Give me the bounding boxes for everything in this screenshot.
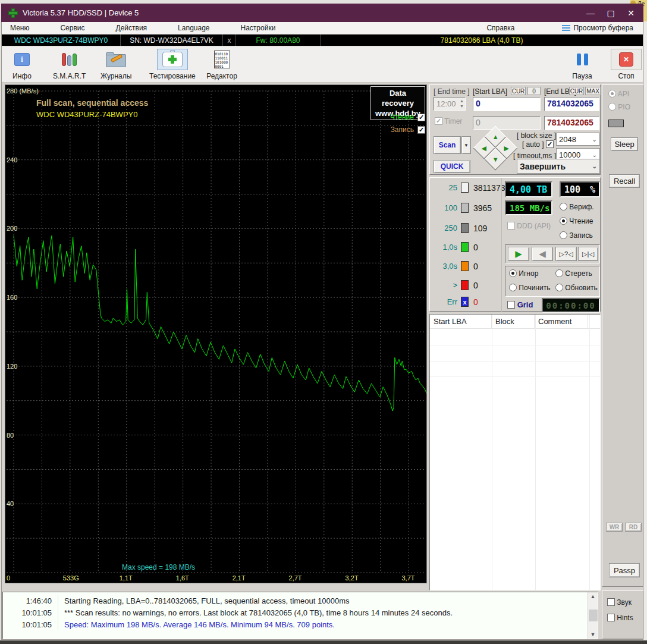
refresh-radio[interactable] — [555, 284, 563, 291]
repair-radio[interactable] — [509, 284, 517, 291]
start-lba-input[interactable]: 0 — [473, 97, 541, 111]
buffer-view-button[interactable]: Просмотр буфера — [556, 22, 639, 34]
scan-button[interactable]: Scan — [434, 136, 461, 154]
menu-item-language[interactable]: Language — [172, 22, 215, 34]
back-button[interactable]: ◀ — [532, 247, 553, 261]
stat-row: 253811373 — [432, 183, 505, 193]
percent-lcd: 100% — [560, 181, 600, 197]
end-time-spinner[interactable]: 12:00 ▲▼ — [434, 97, 466, 111]
editor-button[interactable]: 010110 110011 101000 0001 Редактор — [206, 49, 237, 80]
write-checkbox[interactable] — [417, 126, 425, 134]
menu-item-settings[interactable]: Настройки — [235, 22, 282, 34]
column-start-lba[interactable]: Start LBA — [430, 315, 492, 328]
mode-write[interactable]: Запись — [560, 231, 593, 240]
background-window-edge — [644, 0, 647, 644]
log-panel[interactable]: 1:46:40 Starting Reading, LBA=0..7814032… — [2, 592, 598, 639]
scan-dropdown-button[interactable]: ▼ — [461, 136, 471, 154]
action-ignore[interactable]: Игнор — [509, 269, 538, 278]
api-option[interactable]: API — [608, 90, 629, 98]
start-zero-button[interactable]: 0 — [527, 87, 541, 95]
defect-table[interactable]: Start LBA Block Comment — [429, 314, 601, 590]
auto-label[interactable]: [ auto ] — [520, 140, 554, 149]
timer-checkbox[interactable] — [435, 117, 442, 125]
action-repair[interactable]: Починить — [509, 284, 550, 292]
auto-checkbox[interactable] — [546, 140, 554, 148]
max-speed-annotation: Max speed = 198 MB/s — [122, 563, 195, 571]
binary-doc-icon: 010110 110011 101000 0001 — [214, 51, 230, 68]
column-comment[interactable]: Comment — [535, 315, 588, 328]
menu-item-service[interactable]: Сервис — [54, 22, 90, 34]
drive-model[interactable]: WDC WD43PURZ-74BWPY0 — [2, 34, 121, 46]
end-max-button[interactable]: MAX — [585, 87, 601, 95]
passp-button[interactable]: Passp — [609, 563, 640, 577]
log-text: *** Scan results: no warnings, no errors… — [58, 608, 453, 617]
play-button[interactable]: ▶ — [508, 247, 529, 261]
seek-end-button[interactable]: ▷|◁ — [578, 247, 598, 261]
finish-action-combo[interactable]: Завершить⌄ — [517, 159, 600, 174]
menu-item-help[interactable]: Справка — [480, 22, 520, 34]
speed-graph-canvas: 280 (MB/s)24020016012080400533G1,1T1,6T2… — [5, 85, 426, 583]
testing-button[interactable]: Тестирование — [149, 49, 196, 80]
mode-verify[interactable]: Вериф. — [560, 203, 594, 211]
stop-button[interactable]: ✕ Стоп — [611, 49, 642, 80]
app-icon — [8, 8, 18, 18]
graph-title: Full scan, sequential access — [36, 98, 148, 108]
taskbar-edge — [0, 640, 647, 644]
write-radio[interactable] — [560, 231, 567, 239]
api-radio[interactable] — [608, 90, 616, 98]
svg-text:1,6T: 1,6T — [176, 574, 189, 582]
block-size-combo[interactable]: 2048⌄ — [556, 133, 600, 146]
scroll-up-icon[interactable]: ▲ — [589, 592, 598, 601]
ddd-checkbox[interactable] — [507, 222, 515, 230]
start-cur-button[interactable]: CUR — [511, 87, 526, 95]
scroll-down-icon[interactable]: ▼ — [589, 630, 598, 639]
erase-radio[interactable] — [555, 269, 563, 277]
grid-checkbox[interactable] — [507, 301, 515, 309]
menu-item-actions[interactable]: Действия — [110, 22, 153, 34]
ddd-api-check[interactable]: DDD (API) — [507, 222, 551, 230]
menu-item-menu[interactable]: Меню — [4, 22, 35, 34]
pio-radio[interactable] — [608, 103, 616, 111]
pause-button[interactable]: Пауза — [567, 49, 598, 80]
timer-check[interactable]: Timer — [435, 117, 462, 125]
recall-button[interactable]: Recall — [609, 174, 640, 188]
hints-checkbox[interactable] — [607, 614, 615, 621]
mode-read[interactable]: Чтение — [560, 217, 593, 225]
wr-button[interactable]: WR — [606, 523, 623, 532]
read-radio[interactable] — [560, 217, 567, 225]
log-scrollbar[interactable]: ▲ ▼ — [588, 592, 598, 639]
pio-option[interactable]: PIO — [608, 103, 630, 111]
info-button[interactable]: i Инфо — [7, 49, 37, 80]
sound-option[interactable]: Звук — [607, 598, 632, 607]
rd-button[interactable]: RD — [625, 523, 642, 532]
read-checkbox[interactable] — [417, 114, 425, 121]
ignore-radio[interactable] — [509, 269, 517, 277]
end-cur-button[interactable]: CUR — [569, 87, 584, 95]
hints-option[interactable]: Hints — [607, 614, 633, 622]
status-swatch — [608, 120, 624, 127]
column-block[interactable]: Block — [492, 315, 535, 328]
sound-checkbox[interactable] — [607, 598, 615, 606]
stat-swatch — [461, 183, 469, 193]
svg-text:3,7T: 3,7T — [401, 574, 414, 582]
journals-button[interactable]: Журналы — [100, 49, 131, 80]
block-size-label: [ block size ] — [517, 131, 554, 140]
buffer-list-icon — [562, 24, 570, 32]
verify-radio[interactable] — [560, 203, 567, 211]
maximize-button[interactable]: ▢ — [601, 7, 621, 20]
grid-check[interactable]: Grid — [507, 300, 533, 309]
smart-button[interactable]: S.M.A.R.T — [53, 49, 86, 80]
log-text: Speed: Maximum 198 MB/s. Average 146 MB/… — [58, 620, 335, 629]
drive-close-button[interactable]: x — [223, 34, 236, 46]
end-lba-input[interactable]: 7814032065 — [544, 97, 599, 111]
close-button[interactable]: ✕ — [621, 7, 641, 20]
minimize-button[interactable]: — — [580, 7, 601, 20]
sleep-button[interactable]: Sleep — [611, 137, 638, 151]
speed-graph[interactable]: 280 (MB/s)24020016012080400533G1,1T1,6T2… — [5, 84, 427, 583]
action-erase[interactable]: Стереть — [555, 269, 592, 278]
action-refresh[interactable]: Обновить — [555, 284, 598, 292]
seek-question-button[interactable]: ▷?◁ — [555, 247, 577, 261]
log-row: 10:01:05 Speed: Maximum 198 MB/s. Averag… — [3, 618, 598, 630]
quick-button[interactable]: QUICK — [434, 160, 470, 173]
scroll-thumb[interactable] — [589, 610, 598, 621]
